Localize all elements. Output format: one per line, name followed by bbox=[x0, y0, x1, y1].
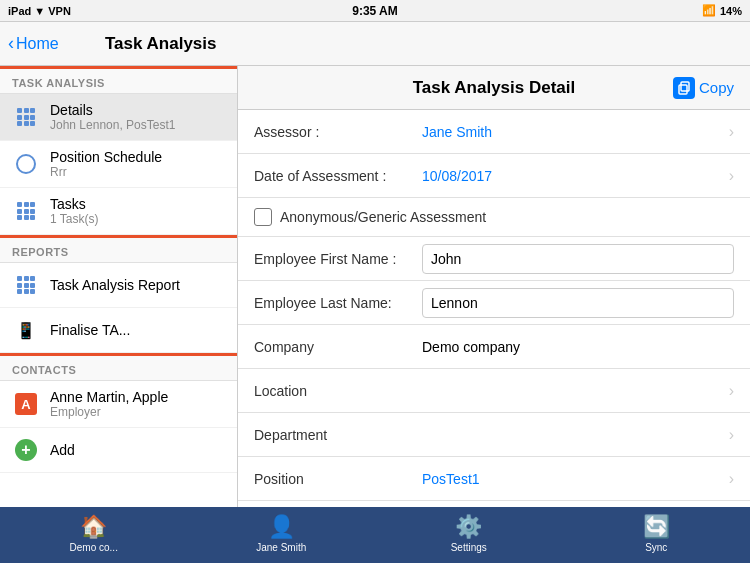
tasks-icon bbox=[12, 197, 40, 225]
first-name-input[interactable] bbox=[422, 244, 734, 274]
tasks-label: Tasks bbox=[50, 196, 225, 212]
finalise-icon: 📱 bbox=[12, 316, 40, 344]
add-icon: + bbox=[12, 436, 40, 464]
battery-label: 14% bbox=[720, 5, 742, 17]
back-button[interactable]: ‹ Home bbox=[0, 33, 100, 54]
company-label: Company bbox=[254, 339, 414, 355]
sidebar-item-details[interactable]: Details John Lennon, PosTest1 bbox=[0, 94, 237, 141]
back-label: Home bbox=[16, 35, 59, 53]
tasks-subtitle: 1 Task(s) bbox=[50, 212, 225, 226]
position-label: Position bbox=[254, 471, 414, 487]
assessor-row: Assessor : Jane Smith › bbox=[238, 110, 750, 154]
position-row[interactable]: Position PosTest1 › bbox=[238, 457, 750, 501]
sidebar-section-task-analysis: TASK ANALYSIS bbox=[0, 66, 237, 94]
tab-demo-label: Demo co... bbox=[70, 542, 118, 553]
sidebar-item-finalise-ta[interactable]: 📱 Finalise TA... bbox=[0, 308, 237, 353]
status-left: iPad ▼ VPN bbox=[8, 5, 71, 17]
date-label: Date of Assessment : bbox=[254, 168, 414, 184]
status-time: 9:35 AM bbox=[352, 4, 398, 18]
sidebar-item-tasks[interactable]: Tasks 1 Task(s) bbox=[0, 188, 237, 235]
nav-title: Task Analysis bbox=[105, 34, 217, 54]
tab-settings-label: Settings bbox=[451, 542, 487, 553]
sidebar-section-reports: REPORTS bbox=[0, 235, 237, 263]
chevron-left-icon: ‹ bbox=[8, 33, 14, 54]
copy-icon bbox=[673, 77, 695, 99]
first-name-label: Employee First Name : bbox=[254, 251, 414, 267]
position-chevron: › bbox=[729, 470, 734, 488]
last-name-row: Employee Last Name: bbox=[238, 281, 750, 325]
finalise-ta-label: Finalise TA... bbox=[50, 322, 225, 338]
tab-sync-label: Sync bbox=[645, 542, 667, 553]
anonymous-label: Anonymous/Generic Assessment bbox=[280, 209, 486, 225]
anne-martin-subtitle: Employer bbox=[50, 405, 225, 419]
department-row[interactable]: Department › bbox=[238, 413, 750, 457]
main-content: TASK ANALYSIS Details John Lennon, PosTe… bbox=[0, 66, 750, 507]
tab-jane-label: Jane Smith bbox=[256, 542, 306, 553]
first-name-row: Employee First Name : bbox=[238, 237, 750, 281]
assessor-chevron: › bbox=[729, 123, 734, 141]
detail-title: Task Analysis Detail bbox=[413, 78, 576, 98]
add-label: Add bbox=[50, 442, 225, 458]
copy-button[interactable]: Copy bbox=[673, 77, 734, 99]
company-row: Company Demo company bbox=[238, 325, 750, 369]
details-label: Details bbox=[50, 102, 225, 118]
location-row[interactable]: Location › bbox=[238, 369, 750, 413]
svg-rect-1 bbox=[681, 82, 689, 91]
report-icon bbox=[12, 271, 40, 299]
settings-icon: ⚙️ bbox=[455, 514, 482, 540]
sidebar: TASK ANALYSIS Details John Lennon, PosTe… bbox=[0, 66, 238, 507]
department-chevron: › bbox=[729, 426, 734, 444]
detail-header: Task Analysis Detail Copy bbox=[238, 66, 750, 110]
date-value[interactable]: 10/08/2017 bbox=[422, 168, 721, 184]
date-chevron: › bbox=[729, 167, 734, 185]
anonymous-checkbox[interactable] bbox=[254, 208, 272, 226]
last-name-label: Employee Last Name: bbox=[254, 295, 414, 311]
sidebar-item-add[interactable]: + Add bbox=[0, 428, 237, 473]
user-icon: 👤 bbox=[268, 514, 295, 540]
assessor-label: Assessor : bbox=[254, 124, 414, 140]
sidebar-section-contacts: CONTACTS bbox=[0, 353, 237, 381]
anonymous-row: Anonymous/Generic Assessment bbox=[238, 198, 750, 237]
sidebar-item-position-schedule[interactable]: Position Schedule Rrr bbox=[0, 141, 237, 188]
anne-martin-label: Anne Martin, Apple bbox=[50, 389, 225, 405]
anne-martin-icon: A bbox=[12, 390, 40, 418]
status-bar: iPad ▼ VPN 9:35 AM 📶 14% bbox=[0, 0, 750, 22]
date-row: Date of Assessment : 10/08/2017 › bbox=[238, 154, 750, 198]
location-chevron: › bbox=[729, 382, 734, 400]
details-icon bbox=[12, 103, 40, 131]
tab-item-jane-smith[interactable]: 👤 Jane Smith bbox=[254, 514, 309, 553]
assessor-value[interactable]: Jane Smith bbox=[422, 124, 721, 140]
tab-item-demo[interactable]: 🏠 Demo co... bbox=[66, 514, 121, 553]
position-value[interactable]: PosTest1 bbox=[422, 471, 721, 487]
svg-rect-0 bbox=[679, 85, 687, 94]
tab-item-settings[interactable]: ⚙️ Settings bbox=[441, 514, 496, 553]
sidebar-item-anne-martin[interactable]: A Anne Martin, Apple Employer bbox=[0, 381, 237, 428]
tab-item-sync[interactable]: 🔄 Sync bbox=[629, 514, 684, 553]
sidebar-item-task-analysis-report[interactable]: Task Analysis Report bbox=[0, 263, 237, 308]
wifi-icon: 📶 bbox=[702, 4, 716, 17]
sync-icon: 🔄 bbox=[643, 514, 670, 540]
details-subtitle: John Lennon, PosTest1 bbox=[50, 118, 225, 132]
task-analysis-report-label: Task Analysis Report bbox=[50, 277, 225, 293]
department-label: Department bbox=[254, 427, 414, 443]
home-icon: 🏠 bbox=[80, 514, 107, 540]
copy-label: Copy bbox=[699, 79, 734, 96]
company-value: Demo company bbox=[422, 339, 734, 355]
nav-bar: ‹ Home Task Analysis bbox=[0, 22, 750, 66]
position-schedule-icon bbox=[12, 150, 40, 178]
last-name-input[interactable] bbox=[422, 288, 734, 318]
status-right: 📶 14% bbox=[702, 4, 742, 17]
detail-panel: Task Analysis Detail Copy Assessor : Jan… bbox=[238, 66, 750, 507]
carrier-label: iPad ▼ VPN bbox=[8, 5, 71, 17]
tab-bar: 🏠 Demo co... 👤 Jane Smith ⚙️ Settings 🔄 … bbox=[0, 507, 750, 563]
location-label: Location bbox=[254, 383, 414, 399]
position-schedule-label: Position Schedule bbox=[50, 149, 225, 165]
position-schedule-subtitle: Rrr bbox=[50, 165, 225, 179]
